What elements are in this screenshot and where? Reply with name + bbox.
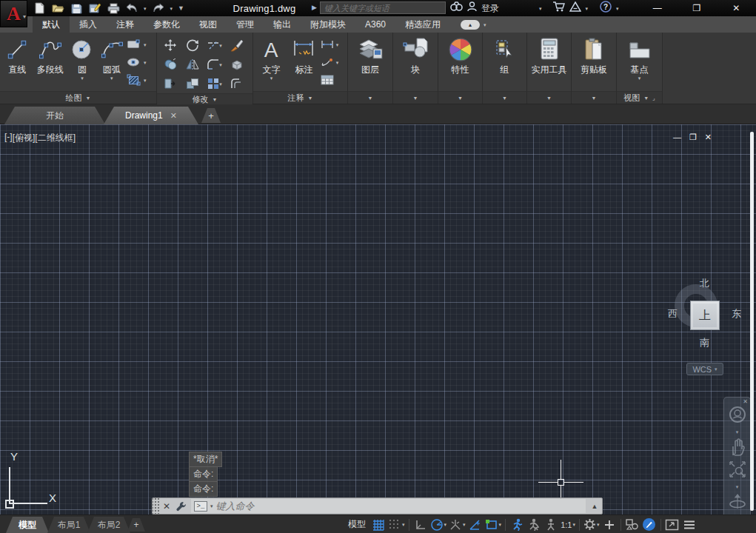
doc-minimize-button[interactable]: — (673, 133, 681, 142)
viewcube-west[interactable]: 西 (668, 307, 678, 321)
clipboard-button[interactable]: 剪贴板 (574, 34, 614, 91)
workspace-switching-button[interactable]: ▾ (583, 517, 600, 532)
minimize-button[interactable]: — (638, 0, 677, 16)
navigation-bar[interactable]: ✕ ▾ ▾ ▾ ⊖ (723, 397, 751, 514)
annotation-scale-button[interactable] (543, 517, 558, 532)
command-recent-caret[interactable]: ▾ (210, 503, 213, 509)
command-customize-button[interactable] (173, 501, 190, 512)
viewcube[interactable]: 北 南 西 东 上 WCS ▾ (665, 271, 748, 382)
command-input-field[interactable]: >_ ▾ (191, 499, 586, 513)
command-input[interactable] (216, 500, 586, 512)
scale-value[interactable]: 1:1 ▾ (561, 517, 575, 532)
arc-button[interactable]: 圆弧 ▾ (96, 34, 127, 91)
dimension-button[interactable]: 标注 (287, 34, 321, 91)
layout-tab-model[interactable]: 模型 (6, 517, 49, 533)
tab-home[interactable]: 默认 (33, 16, 70, 33)
linear-dimension-button[interactable]: ▾ (321, 37, 345, 52)
text-button[interactable]: A 文字 ▾ (255, 34, 287, 91)
block-button[interactable]: 块 (395, 34, 435, 91)
tab-annotate[interactable]: 注释 (107, 16, 144, 33)
command-close-icon[interactable]: ✕ (160, 501, 173, 512)
store-button[interactable] (552, 1, 565, 15)
redo-dropdown-caret[interactable]: ▾ (170, 6, 173, 11)
leader-button[interactable]: ▾ (321, 55, 345, 70)
exchange-apps-button[interactable] (569, 1, 581, 15)
layers-button[interactable]: 图层 (350, 34, 390, 91)
osnap-dropdown-caret[interactable]: ▾ (499, 522, 502, 528)
layout-tab-layout2[interactable]: 布局2 (87, 517, 130, 533)
vertical-scrollbar[interactable] (750, 132, 754, 511)
auto-scale-toggle[interactable] (526, 517, 541, 532)
arc-dropdown-caret[interactable]: ▾ (110, 76, 113, 81)
wheel-dropdown-caret[interactable]: ▾ (736, 429, 739, 435)
base-button[interactable]: 基点 ▾ (619, 34, 660, 91)
tab-output[interactable]: 输出 (264, 16, 301, 33)
panel-layers-footer[interactable]: ▼ (348, 91, 392, 104)
file-tab-drawing1[interactable]: Drawing1 ✕ (104, 107, 198, 124)
steering-wheel-button[interactable] (728, 405, 747, 427)
object-snap-toggle[interactable]: ▾ (485, 517, 502, 532)
application-menu-button[interactable]: A ▾ (0, 0, 27, 27)
tab-featured-apps[interactable]: 精选应用 (395, 16, 450, 33)
ribbon-minimize-caret[interactable]: ▾ (484, 22, 486, 27)
ribbon-minimize-icon[interactable]: ▲ (461, 20, 480, 30)
stretch-button[interactable] (164, 78, 177, 90)
annotation-visibility-toggle[interactable] (509, 517, 524, 532)
tab-close-icon[interactable]: ✕ (170, 111, 177, 121)
object-snap-tracking-toggle[interactable] (468, 517, 483, 532)
viewport-menu-control[interactable]: [-] (4, 132, 13, 144)
clean-screen-button[interactable] (665, 517, 680, 532)
command-dock-grip[interactable] (153, 498, 160, 514)
qat-customize-button[interactable]: ▼ (178, 5, 184, 12)
polar-tracking-toggle[interactable]: ▾ (430, 517, 447, 532)
command-line-dock[interactable]: ✕ >_ ▾ ▲ (152, 497, 603, 514)
snap-dropdown-caret[interactable]: ▾ (402, 522, 405, 528)
rectangle-button[interactable]: ▾ (127, 37, 154, 52)
grid-toggle[interactable] (371, 517, 386, 532)
new-layout-button[interactable]: + (127, 518, 145, 532)
tab-insert[interactable]: 插入 (70, 16, 107, 33)
tab-view[interactable]: 视图 (190, 16, 227, 33)
login-dropdown-caret[interactable]: ▾ (539, 6, 542, 11)
restore-button[interactable]: ❐ (677, 0, 716, 16)
panel-modify-footer[interactable]: 修改▼ (157, 93, 252, 105)
ortho-toggle[interactable] (413, 517, 428, 532)
file-tab-start[interactable]: 开始 (4, 107, 105, 124)
zoom-dropdown-caret[interactable]: ▾ (736, 484, 739, 490)
command-prompt-icon[interactable]: >_ (194, 501, 207, 512)
circle-button[interactable]: 圆 ▾ (68, 34, 97, 91)
viewport-style-control[interactable]: [二维线框] (35, 132, 76, 144)
model-space-toggle[interactable]: 模型 (345, 518, 369, 531)
new-file-button[interactable] (33, 1, 46, 15)
graphics-performance-button[interactable] (642, 517, 657, 532)
properties-button[interactable]: 特性 (441, 34, 480, 91)
customization-button[interactable] (682, 517, 697, 532)
scale-button[interactable] (186, 78, 199, 90)
annotation-monitor-button[interactable] (602, 517, 617, 532)
login-label[interactable]: 登录 (481, 2, 499, 15)
undo-dropdown-caret[interactable]: ▾ (144, 6, 147, 11)
isodraft-dropdown-caret[interactable]: ▾ (463, 522, 466, 528)
doc-restore-button[interactable]: ❐ (689, 133, 697, 142)
panel-properties-footer[interactable]: ▼ (438, 91, 482, 104)
close-button[interactable]: ✕ (717, 0, 756, 16)
orbit-button[interactable] (728, 492, 747, 514)
undo-button[interactable] (125, 1, 138, 15)
polar-dropdown-caret[interactable]: ▾ (444, 522, 447, 528)
help-search-box[interactable] (320, 1, 446, 14)
ribbon-minimize-control[interactable]: ▲ ▾ (461, 16, 486, 33)
text-dropdown-caret[interactable]: ▾ (270, 76, 273, 81)
help-dropdown-caret[interactable]: ▾ (616, 6, 619, 11)
viewport-view-control[interactable]: [俯视] (13, 132, 36, 144)
open-file-button[interactable] (51, 1, 64, 15)
tab-addins[interactable]: 附加模块 (301, 16, 355, 33)
search-input[interactable] (321, 4, 445, 13)
panel-annotate-footer[interactable]: 注释▼ (253, 91, 347, 104)
user-button[interactable] (467, 1, 477, 15)
move-button[interactable] (164, 38, 177, 52)
offset-button[interactable] (230, 78, 244, 90)
wcs-dropdown[interactable]: WCS ▾ (686, 363, 723, 375)
pan-button[interactable] (729, 438, 746, 460)
zoom-extents-button[interactable] (728, 460, 747, 482)
ellipse-button[interactable]: ▾ (127, 55, 154, 70)
